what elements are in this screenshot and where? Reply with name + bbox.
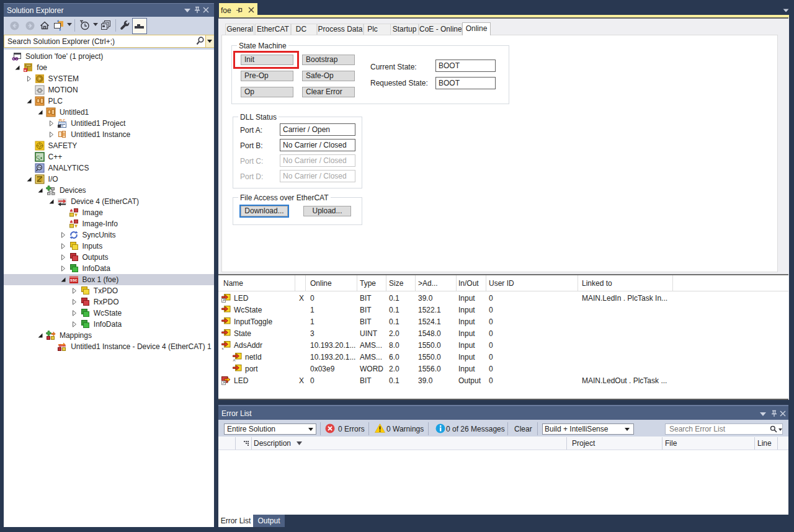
svg-text:s: s: [222, 347, 224, 350]
svg-text:A: A: [233, 358, 236, 361]
svg-text:C: C: [36, 154, 40, 160]
svg-text:ssc: ssc: [70, 278, 78, 282]
